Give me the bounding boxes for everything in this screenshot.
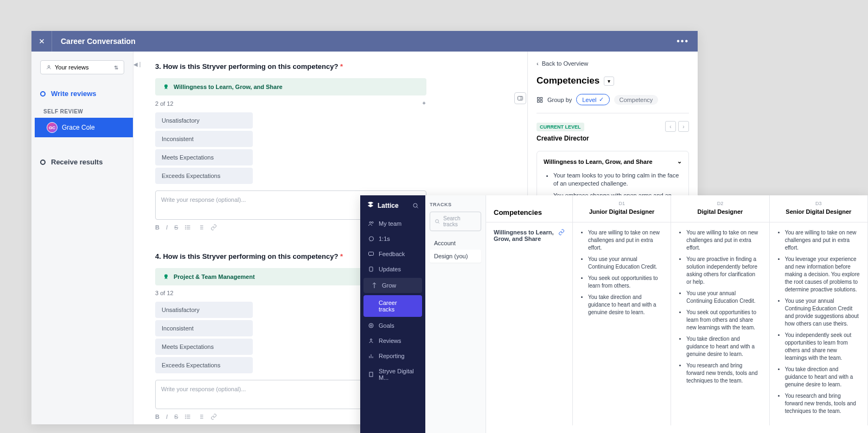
star-icon: ✦ xyxy=(422,100,426,107)
group-by-level[interactable]: Level ✓ xyxy=(576,94,609,105)
strike-button[interactable]: S xyxy=(174,413,178,420)
more-menu[interactable]: ••• xyxy=(676,36,689,46)
level-title: Digital Designer xyxy=(679,208,761,215)
message-icon xyxy=(368,251,374,257)
level-code: D2 xyxy=(679,201,761,206)
avatar: GC xyxy=(47,122,58,133)
lattice-window: Lattice My team 1:1s Feedback Updates Gr… xyxy=(360,195,868,433)
prev-level-button[interactable]: ‹ xyxy=(665,121,676,132)
rating-unsatisfactory[interactable]: Unsatisfactory xyxy=(155,302,253,318)
svg-rect-31 xyxy=(369,252,374,256)
nav-1on1s[interactable]: 1:1s xyxy=(360,231,425,246)
progress-indicator: 2 of 12 ✦ xyxy=(155,100,426,107)
collapse-handle[interactable]: ◀ | xyxy=(133,61,141,67)
nav-receive-results[interactable]: Receive results xyxy=(31,154,133,170)
competency-matrix: Competencies D1Junior Digital Designer D… xyxy=(486,195,868,433)
level-title: Senior Digital Designer xyxy=(777,208,860,215)
chevron-down-icon: ⌄ xyxy=(677,158,682,165)
rating-inconsistent[interactable]: Inconsistent xyxy=(155,131,253,147)
link-icon[interactable] xyxy=(210,413,217,420)
person-icon xyxy=(46,65,52,70)
svg-rect-32 xyxy=(369,267,373,271)
rating-exceeds[interactable]: Exceeds Expectations xyxy=(155,168,253,184)
next-level-button[interactable]: › xyxy=(678,121,689,132)
close-icon xyxy=(38,37,46,45)
number-list-icon[interactable] xyxy=(197,413,204,420)
link-icon[interactable] xyxy=(558,229,565,235)
nav-feedback[interactable]: Feedback xyxy=(360,246,425,262)
lattice-logo: Lattice xyxy=(360,195,425,216)
italic-button[interactable]: I xyxy=(166,224,168,231)
reviews-icon xyxy=(368,338,374,344)
competency-pill: Willingness to Learn, Grow, and Share xyxy=(155,78,426,95)
logo-icon xyxy=(367,202,374,209)
rating-meets[interactable]: Meets Expectations xyxy=(155,149,253,165)
badge-icon xyxy=(163,273,169,280)
strike-button[interactable]: S xyxy=(174,224,178,231)
link-icon[interactable] xyxy=(210,224,217,231)
nav-career-tracks[interactable]: Career tracks xyxy=(363,295,422,317)
svg-rect-23 xyxy=(538,97,540,99)
close-button[interactable] xyxy=(31,31,52,52)
nav-goals[interactable]: Goals xyxy=(360,318,425,333)
nav-company[interactable]: Stryve Digital M... xyxy=(360,364,425,385)
group-by-control: Group by Level ✓ Competency xyxy=(537,94,689,113)
search-tracks-input[interactable]: Search tracks xyxy=(430,212,481,231)
track-design[interactable]: Design (you) xyxy=(430,250,481,263)
svg-rect-26 xyxy=(540,100,542,103)
accordion-header[interactable]: Willingness to Learn, Grow, and Share ⌄ xyxy=(537,151,688,171)
bullet-item: Your team looks to you to bring calm in … xyxy=(553,171,680,188)
bullet-list-icon[interactable] xyxy=(184,413,191,420)
svg-point-33 xyxy=(369,323,373,328)
grow-icon xyxy=(371,282,378,289)
bold-button[interactable]: B xyxy=(155,413,159,420)
rating-exceeds[interactable]: Exceeds Expectations xyxy=(155,357,253,373)
level-d3-cell: You are willing to take on new challenge… xyxy=(770,222,868,425)
rating-unsatisfactory[interactable]: Unsatisfactory xyxy=(155,112,253,129)
reviews-dropdown[interactable]: Your reviews ⇅ xyxy=(40,60,124,74)
back-link[interactable]: ‹ Back to Overview xyxy=(537,60,689,67)
window-title: Career Conversation xyxy=(61,37,136,46)
competencies-title: Competencies xyxy=(537,75,599,86)
circle-icon xyxy=(40,91,46,97)
people-icon xyxy=(368,220,374,227)
chart-icon xyxy=(368,353,374,359)
reviewer-grace-cole[interactable]: GC Grace Cole xyxy=(35,118,133,137)
nav-reviews[interactable]: Reviews xyxy=(360,333,425,348)
level-title: Junior Digital Designer xyxy=(580,208,663,215)
nav-write-reviews[interactable]: Write reviews xyxy=(31,85,133,102)
badge-icon xyxy=(163,84,169,90)
rating-meets[interactable]: Meets Expectations xyxy=(155,339,253,355)
competencies-dropdown[interactable]: ▾ xyxy=(604,77,614,86)
bullet-list-icon[interactable] xyxy=(184,224,191,231)
italic-button[interactable]: I xyxy=(166,413,168,420)
target-icon xyxy=(368,322,374,329)
matrix-row: Willingness to Learn, Grow, and Share Yo… xyxy=(486,222,868,425)
svg-point-17 xyxy=(186,418,186,419)
svg-rect-39 xyxy=(369,372,373,377)
svg-rect-24 xyxy=(540,97,542,99)
search-icon[interactable] xyxy=(412,202,419,209)
nav-my-team[interactable]: My team xyxy=(360,216,425,231)
search-icon xyxy=(435,219,440,224)
self-review-label: SELF REVIEW xyxy=(31,102,133,118)
expand-panel-button[interactable] xyxy=(514,92,526,104)
track-account[interactable]: Account xyxy=(430,237,481,250)
circle-icon xyxy=(40,160,46,165)
number-list-icon[interactable] xyxy=(197,224,204,231)
expand-icon xyxy=(517,95,524,101)
group-by-competency[interactable]: Competency xyxy=(614,95,659,105)
matrix-header: Competencies D1Junior Digital Designer D… xyxy=(486,195,868,222)
check-icon: ✓ xyxy=(599,96,604,103)
nav-updates[interactable]: Updates xyxy=(360,262,425,277)
window-header: Career Conversation ••• xyxy=(31,31,698,52)
svg-line-41 xyxy=(438,222,439,224)
svg-point-35 xyxy=(371,339,372,341)
rating-inconsistent[interactable]: Inconsistent xyxy=(155,320,253,336)
nav-grow[interactable]: Grow xyxy=(363,278,422,293)
chevron-left-icon: ‹ xyxy=(537,60,539,67)
nav-reporting[interactable]: Reporting xyxy=(360,348,425,364)
competency-name-cell: Willingness to Learn, Grow, and Share xyxy=(486,222,573,425)
competencies-header: Competencies xyxy=(494,201,565,217)
bold-button[interactable]: B xyxy=(155,224,159,231)
